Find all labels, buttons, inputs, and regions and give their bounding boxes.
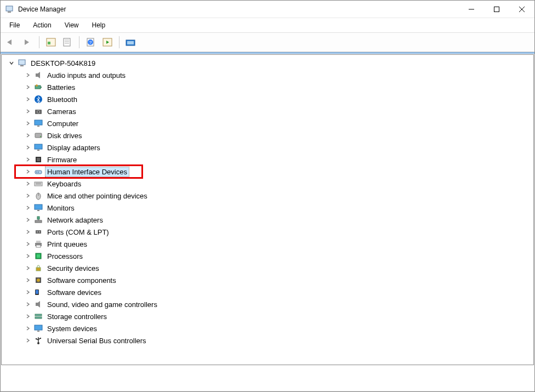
hid-icon — [33, 167, 43, 177]
maximize-button[interactable] — [484, 1, 509, 18]
usb-icon — [33, 336, 43, 345]
chevron-right-icon[interactable] — [25, 168, 31, 175]
minimize-button[interactable] — [459, 1, 484, 18]
svg-rect-75 — [40, 338, 41, 339]
chevron-right-icon[interactable] — [25, 337, 31, 344]
tree-node[interactable]: Ports (COM & LPT) — [25, 226, 533, 238]
tree-node-label: Print queues — [45, 240, 89, 249]
tree-root-node[interactable]: DESKTOP-504K819 — [8, 57, 533, 69]
printer-icon — [33, 239, 43, 249]
tree-node[interactable]: Firmware — [25, 154, 533, 166]
svg-point-27 — [36, 84, 38, 87]
chevron-right-icon[interactable] — [25, 204, 31, 211]
svg-point-35 — [40, 136, 41, 137]
tree-node[interactable]: Storage controllers — [25, 310, 533, 322]
mouse-icon — [33, 191, 43, 201]
tree-node[interactable]: Network adapters — [25, 214, 533, 226]
tree-node-label: Human Interface Devices — [45, 167, 129, 177]
chevron-down-icon[interactable] — [8, 60, 15, 66]
svg-rect-39 — [37, 158, 40, 161]
software-icon — [33, 287, 43, 297]
chevron-right-icon[interactable] — [25, 313, 31, 320]
chevron-right-icon[interactable] — [25, 301, 31, 308]
tree-node[interactable]: Sound, video and game controllers — [25, 298, 533, 310]
battery-icon — [33, 82, 43, 92]
chevron-right-icon[interactable] — [25, 120, 31, 127]
svg-rect-49 — [37, 210, 39, 211]
svg-rect-21 — [19, 60, 25, 65]
tree-node[interactable]: Universal Serial Bus controllers — [25, 334, 533, 346]
system-icon — [33, 323, 43, 333]
update-driver-button[interactable] — [124, 35, 138, 49]
chevron-right-icon[interactable] — [25, 217, 31, 223]
help-button[interactable]: ? — [84, 35, 98, 49]
chevron-right-icon[interactable] — [25, 96, 31, 103]
tree-node[interactable]: Bluetooth — [25, 93, 533, 105]
svg-point-54 — [37, 231, 38, 232]
tree-node-label: System devices — [45, 324, 99, 333]
tree-node[interactable]: Security devices — [25, 262, 533, 274]
scan-hardware-button[interactable] — [100, 35, 115, 49]
content-area: DESKTOP-504K819 Audio inputs and outputs… — [1, 52, 534, 392]
chevron-right-icon[interactable] — [25, 132, 31, 139]
tree-node[interactable]: Disk drives — [25, 129, 533, 141]
chevron-right-icon[interactable] — [25, 72, 31, 78]
tree-node-label: Sound, video and game controllers — [45, 300, 159, 309]
tree-node[interactable]: Display adapters — [25, 141, 533, 154]
svg-rect-57 — [36, 241, 41, 243]
forward-button[interactable] — [20, 35, 35, 49]
tree-node-label: Ports (COM & LPT) — [45, 228, 111, 237]
chevron-right-icon[interactable] — [25, 156, 31, 163]
chevron-right-icon[interactable] — [25, 241, 31, 247]
chevron-right-icon[interactable] — [25, 144, 31, 151]
chevron-right-icon[interactable] — [25, 277, 31, 283]
svg-point-31 — [38, 111, 39, 113]
chevron-right-icon[interactable] — [25, 84, 31, 90]
svg-rect-65 — [36, 290, 38, 294]
chevron-right-icon[interactable] — [25, 108, 31, 115]
device-tree[interactable]: DESKTOP-504K819 Audio inputs and outputs… — [1, 54, 534, 365]
tree-node[interactable]: Cameras — [25, 105, 533, 117]
svg-rect-70 — [35, 325, 42, 330]
svg-rect-71 — [37, 331, 39, 332]
chevron-right-icon[interactable] — [25, 229, 31, 235]
back-button[interactable] — [4, 35, 18, 49]
component-icon — [33, 275, 43, 285]
close-button[interactable] — [509, 1, 534, 18]
tree-node-label: Software devices — [45, 288, 103, 297]
chevron-right-icon[interactable] — [25, 192, 31, 199]
menu-action[interactable]: Action — [26, 19, 58, 31]
tree-node[interactable]: Keyboards — [25, 178, 533, 190]
tree-node-label: Cameras — [45, 107, 78, 116]
chevron-right-icon[interactable] — [25, 325, 31, 332]
tree-node[interactable]: Software devices — [25, 286, 533, 298]
chevron-right-icon[interactable] — [25, 180, 31, 187]
tree-node[interactable]: Computer — [25, 117, 533, 129]
chevron-right-icon[interactable] — [25, 289, 31, 296]
tree-node[interactable]: System devices — [25, 322, 533, 334]
chevron-right-icon[interactable] — [25, 265, 31, 271]
show-hide-tree-button[interactable] — [44, 35, 58, 49]
tree-root-label: DESKTOP-504K819 — [29, 59, 97, 68]
chevron-right-icon[interactable] — [25, 253, 31, 259]
tree-node[interactable]: Software components — [25, 274, 533, 286]
menu-file[interactable]: File — [3, 19, 26, 31]
storage-icon — [33, 311, 43, 321]
tree-node[interactable]: Print queues — [25, 238, 533, 250]
tree-node-label: Mice and other pointing devices — [45, 191, 149, 201]
monitor-icon — [33, 118, 43, 128]
tree-node[interactable]: Batteries — [25, 81, 533, 93]
tree-node[interactable]: Audio inputs and outputs — [25, 69, 533, 81]
menu-help[interactable]: Help — [86, 19, 112, 31]
svg-rect-32 — [35, 120, 42, 125]
menu-view[interactable]: View — [58, 19, 86, 31]
tree-node[interactable]: Monitors — [25, 202, 533, 214]
tree-node-label: Firmware — [45, 155, 78, 164]
svg-rect-53 — [36, 230, 41, 234]
tree-node[interactable]: Processors — [25, 250, 533, 262]
tree-node[interactable]: Mice and other pointing devices — [25, 190, 533, 202]
properties-button[interactable] — [60, 35, 75, 49]
tree-node-label: Network adapters — [45, 215, 105, 225]
tree-node-label: Security devices — [45, 264, 101, 273]
tree-node[interactable]: Human Interface Devices — [25, 166, 533, 178]
